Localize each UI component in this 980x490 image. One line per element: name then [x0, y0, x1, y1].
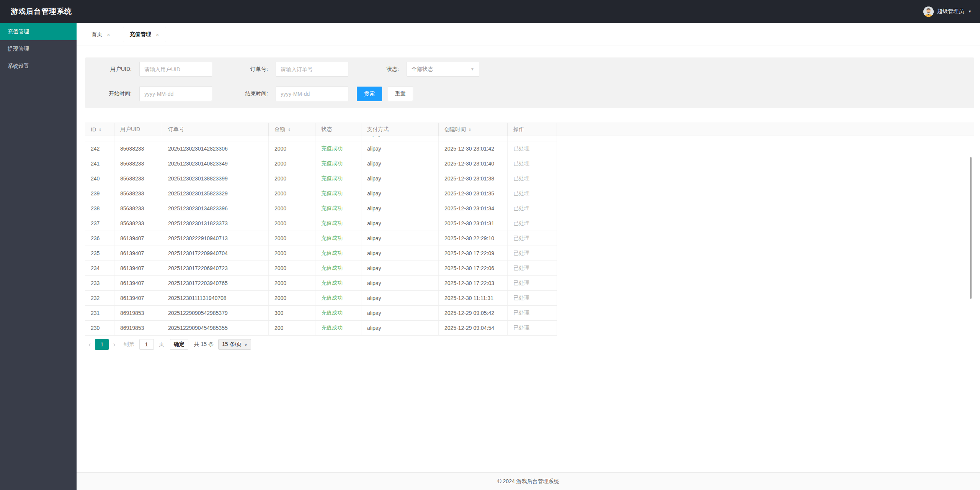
cell-status: 充值成功	[315, 261, 361, 275]
cell-amount: 2000	[269, 276, 315, 290]
page-size-select[interactable]: 15 条/页 ∨	[218, 339, 251, 350]
sidebar-item-settings[interactable]: 系统设置	[0, 57, 77, 75]
user-menu[interactable]: 超级管理员 ▼	[923, 7, 980, 17]
cell-order_no: 20251230172203940765	[162, 276, 269, 290]
cell-action: 已处理	[508, 291, 557, 305]
uid-input[interactable]	[139, 62, 212, 77]
cell-uid: 86919853	[114, 321, 162, 335]
cell-amount: 2000	[269, 171, 315, 186]
next-page-button[interactable]: ›	[109, 339, 119, 350]
column-header-3: 订单号	[162, 123, 269, 136]
cell-pay_method: alipay	[361, 186, 439, 201]
cell-status: 充值成功	[315, 136, 361, 141]
cell-created_at: 2025-12-30 23:01:34	[439, 201, 508, 216]
cell-created_at: 2025-12-30 23:01:31	[439, 216, 508, 231]
sidebar-item-withdraw[interactable]: 提现管理	[0, 40, 77, 57]
cell-action: 已处理	[508, 246, 557, 261]
cell-id: 234	[85, 261, 114, 275]
jump-prefix-label: 到第	[124, 341, 134, 348]
cell-amount: 2000	[269, 136, 315, 141]
cell-uid: 86139407	[114, 291, 162, 305]
cell-action: 已处理	[508, 216, 557, 231]
cell-id: 241	[85, 156, 114, 171]
column-header-7[interactable]: 创建时间▲▼	[439, 123, 508, 136]
cell-id: 242	[85, 141, 114, 156]
cell-order_no: 20251230230134823396	[162, 201, 269, 216]
sort-icon[interactable]: ▲▼	[99, 128, 101, 131]
search-button[interactable]: 搜索	[357, 87, 382, 101]
order-label: 订单号:	[212, 66, 268, 73]
cell-pay_method: alipay	[361, 231, 439, 246]
status-select-value: 全部状态	[412, 66, 433, 73]
start-time-input[interactable]	[139, 86, 212, 101]
scrollbar-thumb[interactable]	[970, 157, 972, 299]
tab-label: 首页	[91, 31, 102, 38]
column-label: 状态	[321, 126, 332, 133]
tab-recharge[interactable]: 充值管理×	[123, 27, 166, 42]
cell-id: 230	[85, 321, 114, 335]
cell-created_at: 2025-12-30 22:29:10	[439, 231, 508, 246]
jump-suffix-label: 页	[159, 341, 164, 348]
cell-id: 232	[85, 291, 114, 305]
close-icon[interactable]: ×	[156, 31, 159, 38]
cell-amount: 2000	[269, 201, 315, 216]
filter-panel: 用户UID: 订单号: 状态: 全部状态 ▼ 开始时间: 结束时间: 搜索 重置	[85, 57, 974, 108]
order-input[interactable]	[276, 62, 348, 77]
cell-order_no: 20251230230140823349	[162, 156, 269, 171]
cell-created_at: 2025-12-30 23:01:42	[439, 141, 508, 156]
table-row: 2318691985320251229090542985379300充值成功al…	[85, 306, 557, 321]
cell-order_no: 20251230230142823306	[162, 141, 269, 156]
cell-order_no: 20251230111131940708	[162, 291, 269, 305]
cell-status: 充值成功	[315, 246, 361, 261]
cell-order_no: 20251230230135823329	[162, 186, 269, 201]
cell-action: 已处理	[508, 321, 557, 335]
chevron-down-icon: ▼	[470, 67, 474, 71]
sort-icon[interactable]: ▲▼	[469, 128, 471, 131]
tab-home[interactable]: 首页×	[85, 27, 117, 42]
column-header-1[interactable]: ID▲▼	[85, 123, 114, 136]
app-title: 游戏后台管理系统	[0, 7, 72, 16]
cell-created_at: 2025-12-30 23:01:35	[439, 186, 508, 201]
table-header-row: ID▲▼用户UID订单号金额▲▼状态支付方式创建时间▲▼操作	[85, 123, 974, 136]
confirm-button[interactable]: 确定	[170, 339, 188, 350]
table-row: 23286139407202512301111319407082000充值成功a…	[85, 291, 557, 306]
recharge-table: ID▲▼用户UID订单号金额▲▼状态支付方式创建时间▲▼操作 243856382…	[85, 123, 974, 336]
avatar	[923, 7, 934, 17]
column-header-2: 用户UID	[114, 123, 162, 136]
cell-action: 已处理	[508, 156, 557, 171]
cell-amount: 200	[269, 321, 315, 335]
cell-pay_method: alipay	[361, 321, 439, 335]
cell-action: 已处理	[508, 231, 557, 246]
app-header: 游戏后台管理系统 超级管理员 ▼	[0, 0, 980, 23]
cell-status: 充值成功	[315, 171, 361, 186]
cell-order_no: 20251229090542985379	[162, 306, 269, 320]
cell-order_no: 20251230230138823399	[162, 171, 269, 186]
close-icon[interactable]: ×	[107, 31, 110, 38]
header-filler	[557, 123, 974, 136]
table-row: 24385638233202512302301448233472000充值成功a…	[85, 136, 557, 141]
cell-pay_method: alipay	[361, 201, 439, 216]
cell-uid: 85638233	[114, 136, 162, 141]
table-row: 23885638233202512302301348233962000充值成功a…	[85, 201, 557, 216]
prev-page-button[interactable]: ‹	[85, 339, 94, 350]
cell-pay_method: alipay	[361, 291, 439, 305]
cell-amount: 300	[269, 306, 315, 320]
column-header-4[interactable]: 金额▲▼	[269, 123, 315, 136]
cell-uid: 85638233	[114, 171, 162, 186]
column-header-8: 操作	[508, 123, 557, 136]
sidebar-item-recharge[interactable]: 充值管理	[0, 23, 77, 40]
table-row: 23486139407202512301722069407232000充值成功a…	[85, 261, 557, 276]
sort-icon[interactable]: ▲▼	[288, 128, 291, 131]
cell-created_at: 2025-12-30 11:11:31	[439, 291, 508, 305]
page-1-button[interactable]: 1	[95, 339, 109, 350]
status-select[interactable]: 全部状态 ▼	[407, 62, 479, 77]
end-time-input[interactable]	[276, 86, 348, 101]
jump-page-input[interactable]	[139, 339, 154, 350]
cell-status: 充值成功	[315, 156, 361, 171]
cell-status: 充值成功	[315, 231, 361, 246]
total-count-label: 共 15 条	[194, 341, 214, 348]
reset-button[interactable]: 重置	[388, 87, 413, 101]
filter-row-1: 用户UID: 订单号: 状态: 全部状态 ▼	[85, 62, 974, 77]
cell-pay_method: alipay	[361, 216, 439, 231]
cell-pay_method: alipay	[361, 306, 439, 320]
